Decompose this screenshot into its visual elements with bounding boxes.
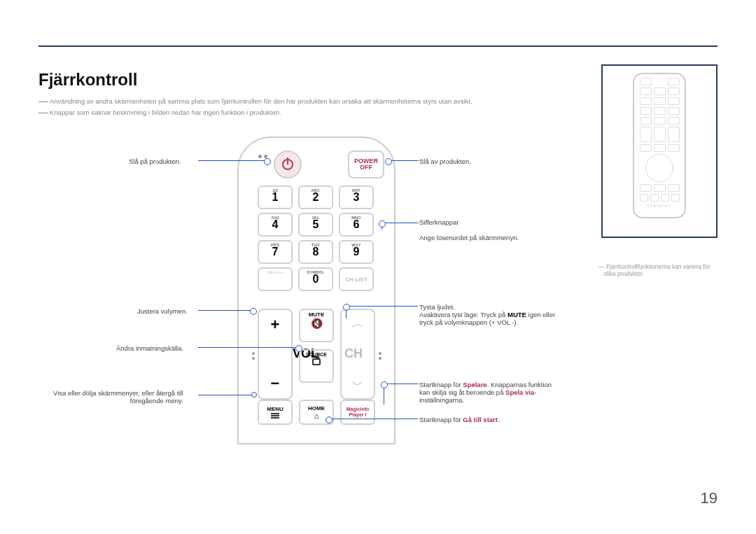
key-chlist[interactable]: CH LIST [339,267,374,291]
callout-menu: Visa eller dölja skärmmenyer, eller åter… [53,389,183,405]
menu-icon [271,413,279,419]
side-note: ― Fjärrkontrollfunktionerna kan variera … [598,263,718,277]
chevron-up-icon: ︿ [351,317,364,330]
menu-button[interactable]: MENU [258,400,293,425]
leader-line [328,419,418,419]
key-6[interactable]: MNO6 [339,213,374,237]
callout-source: Ändra inmatningskälla. [116,344,183,352]
ir-led-icon [258,155,262,158]
top-rule [38,45,718,47]
numeric-keypad: .QZ1 ABC2 DEF3 GHI4 JKL5 MNO6 PRS7 TUV8 … [258,185,377,295]
key-0[interactable]: SYMBOL0 [298,267,333,291]
side-illustration-box: SAMSUNG [601,64,718,238]
home-icon: ⌂ [314,412,319,420]
callout-volume: Justera volymen. [137,307,188,315]
leader-line [384,384,419,384]
source-icon [312,358,321,365]
callout-power-on: Slå på produkten. [129,157,181,165]
key-1[interactable]: .QZ1 [258,185,293,209]
page-title: Fjärrkontroll [38,70,137,90]
key-del[interactable]: DEL-/— [258,267,293,291]
magicinfo-button[interactable]: MagicInfo Player I [340,400,375,425]
dot-icon [252,352,255,362]
volume-up-icon: + [271,316,280,334]
mini-remote: SAMSUNG [633,73,686,218]
note-2: ―Knappar som saknar beskrivning i bilden… [38,106,281,118]
volume-rocker[interactable]: + − [258,309,293,400]
key-3[interactable]: DEF3 [339,185,374,209]
remote-control: POWER OFF .QZ1 ABC2 DEF3 GHI4 JKL5 MNO6 … [237,136,396,444]
callout-home: Startknapp för Gå till start. [419,416,500,423]
power-on-button[interactable] [274,150,302,178]
mute-button[interactable]: MUTE 🔇 [299,309,334,342]
leader-line [198,395,254,395]
power-off-button[interactable]: POWER OFF [348,150,384,178]
dpad-icon [645,154,673,182]
mute-icon: 🔇 [311,318,323,328]
callout-mute: Tysta ljudet. Avaktivera tyst läge: Tryc… [419,303,555,326]
brand-label: SAMSUNG [638,204,681,208]
volume-down-icon: − [271,374,280,393]
power-icon [282,159,293,170]
leader-line [198,347,300,348]
key-4[interactable]: GHI4 [258,213,293,237]
callout-magicinfo: Startknapp för Spelare. Knapparnas funkt… [419,381,552,404]
leader-line [382,223,419,223]
leader-line [198,160,268,161]
note-1: ―Användning av andra skärmenheten på sam… [38,95,472,106]
dot-icon [379,352,382,362]
key-9[interactable]: WXY9 [339,240,374,264]
source-button[interactable]: SOURCE [299,349,334,383]
leader-line [346,306,418,307]
leader-line [388,160,419,161]
key-5[interactable]: JKL5 [298,213,333,237]
callout-number-keys: Sifferknappar Ange lösenordet på skärmme… [419,218,519,241]
chevron-down-icon: ﹀ [351,379,364,391]
callout-power-off: Slå av produkten. [419,157,471,165]
page-number: 19 [701,489,718,507]
key-8[interactable]: TUV8 [298,240,333,264]
leader-line [198,310,254,311]
leader-dot [251,392,257,398]
key-2[interactable]: ABC2 [298,185,333,209]
channel-label: CH [344,346,363,361]
key-7[interactable]: PRS7 [258,240,293,264]
